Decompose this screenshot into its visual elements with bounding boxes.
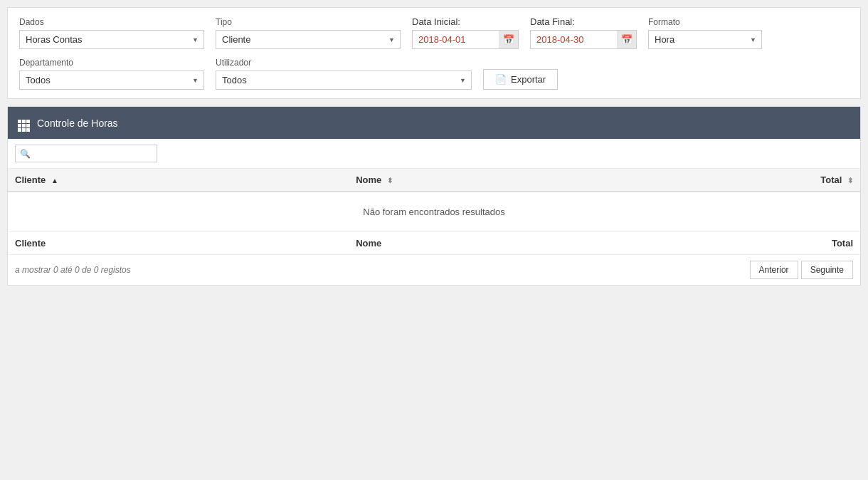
- formato-select-wrapper: Hora: [648, 30, 762, 49]
- col-total[interactable]: Total: [689, 169, 860, 192]
- tipo-select-wrapper: Cliente: [216, 30, 401, 49]
- formato-label: Formato: [648, 17, 762, 27]
- utilizador-select[interactable]: Todos: [216, 71, 472, 90]
- no-results-message: Não foram encontrados resultados: [8, 192, 860, 232]
- departamento-label: Departamento: [19, 58, 204, 68]
- table-head-row: Cliente Nome Total: [8, 169, 860, 192]
- filter-row-2: Departamento Todos Utilizador Todos 📄 Ex…: [19, 56, 849, 90]
- main-table: Cliente Nome Total Não foram encontrados…: [8, 169, 860, 254]
- dados-select[interactable]: Horas Contas: [19, 30, 204, 49]
- table-header: Controle de Horas: [8, 107, 860, 139]
- formato-select[interactable]: Hora: [648, 30, 762, 49]
- search-wrapper: 🔍: [15, 145, 157, 162]
- pagination-info: a mostrar 0 até 0 de 0 registos: [15, 265, 131, 275]
- table-foot-row: Cliente Nome Total: [8, 232, 860, 255]
- export-label: Exportar: [511, 74, 546, 85]
- table-panel: Controle de Horas 🔍 Cliente Nome Total: [7, 106, 861, 286]
- table-foot: Cliente Nome Total: [8, 232, 860, 255]
- departamento-group: Departamento Todos: [19, 58, 204, 90]
- search-input[interactable]: [35, 145, 149, 162]
- filter-panel: Dados Horas Contas Tipo Cliente Data Ini…: [7, 7, 861, 99]
- utilizador-select-wrapper: Todos: [216, 71, 472, 90]
- data-final-group: Data Final: 📅: [530, 16, 637, 49]
- departamento-select-wrapper: Todos: [19, 71, 204, 90]
- dados-group: Dados Horas Contas: [19, 17, 204, 49]
- search-bar: 🔍: [8, 139, 860, 169]
- dados-label: Dados: [19, 17, 204, 27]
- data-final-label: Data Final:: [530, 16, 637, 27]
- data-inicial-calendar-icon[interactable]: 📅: [499, 30, 519, 49]
- export-button[interactable]: 📄 Exportar: [483, 69, 558, 90]
- table-title: Controle de Horas: [37, 118, 118, 129]
- foot-total: Total: [689, 232, 860, 255]
- data-inicial-label: Data Inicial:: [412, 16, 519, 27]
- pagination-bar: a mostrar 0 até 0 de 0 registos Anterior…: [8, 254, 860, 285]
- tipo-group: Tipo Cliente: [216, 17, 401, 49]
- foot-nome: Nome: [349, 232, 689, 255]
- sort-total-icon: [847, 177, 853, 184]
- grid-icon: [18, 114, 30, 132]
- col-cliente[interactable]: Cliente: [8, 169, 349, 192]
- pagination-buttons: Anterior Seguinte: [750, 261, 853, 279]
- filter-row-1: Dados Horas Contas Tipo Cliente Data Ini…: [19, 16, 849, 49]
- tipo-label: Tipo: [216, 17, 401, 27]
- tipo-select[interactable]: Cliente: [216, 30, 401, 49]
- utilizador-group: Utilizador Todos: [216, 58, 472, 90]
- no-results-row: Não foram encontrados resultados: [8, 192, 860, 232]
- utilizador-label: Utilizador: [216, 58, 472, 68]
- table-body: Não foram encontrados resultados: [8, 192, 860, 232]
- dados-select-wrapper: Horas Contas: [19, 30, 204, 49]
- formato-group: Formato Hora: [648, 17, 762, 49]
- data-inicial-group: Data Inicial: 📅: [412, 16, 519, 49]
- export-icon: 📄: [495, 74, 507, 85]
- foot-cliente: Cliente: [8, 232, 349, 255]
- anterior-button[interactable]: Anterior: [750, 261, 798, 279]
- data-final-wrapper: 📅: [530, 30, 637, 49]
- sort-nome-icon: [387, 177, 393, 184]
- data-final-calendar-icon[interactable]: 📅: [617, 30, 637, 49]
- table-head: Cliente Nome Total: [8, 169, 860, 192]
- col-nome[interactable]: Nome: [349, 169, 689, 192]
- data-inicial-wrapper: 📅: [412, 30, 519, 49]
- sort-cliente-icon: [51, 177, 58, 184]
- search-icon: 🔍: [16, 146, 35, 162]
- departamento-select[interactable]: Todos: [19, 71, 204, 90]
- seguinte-button[interactable]: Seguinte: [801, 261, 853, 279]
